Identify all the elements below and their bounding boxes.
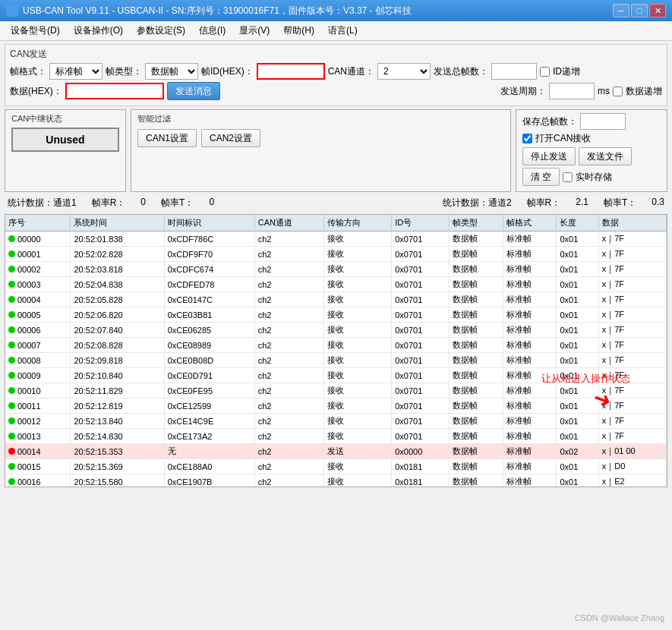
ch2-t-label: 帧率T： xyxy=(604,197,636,209)
red-dot xyxy=(8,448,15,455)
green-dot xyxy=(8,433,15,439)
table-row[interactable]: 00000 20:52:01.838 0xCDF786C ch2 接收 0x07… xyxy=(5,232,667,247)
th-len: 长度 xyxy=(557,215,598,232)
real-time-store-checkbox[interactable] xyxy=(563,172,573,182)
table-row[interactable]: 00007 20:52:08.828 0xCE08989 ch2 接收 0x07… xyxy=(5,338,667,353)
table-row[interactable]: 00016 20:52:15.580 0xCE1907B ch2 接收 0x01… xyxy=(5,474,667,488)
open-can-recv-checkbox[interactable] xyxy=(522,134,532,143)
cell-fformat: 标准帧 xyxy=(503,247,557,262)
data-table: 序号 系统时间 时间标识 CAN通道 传输方向 ID号 帧类型 帧格式 长度 数… xyxy=(5,215,667,487)
table-row[interactable]: 00004 20:52:05.828 0xCE0147C ch2 接收 0x07… xyxy=(5,292,667,307)
data-hex-label: 数据(HEX)： xyxy=(10,85,62,98)
cell-seq: 00001 xyxy=(5,247,71,262)
table-row[interactable]: 00012 20:52:13.840 0xCE14C9E ch2 接收 0x07… xyxy=(5,414,667,429)
data-incr-checkbox[interactable] xyxy=(613,87,623,96)
close-button[interactable]: ✕ xyxy=(649,4,666,17)
cell-fformat: 标准帧 xyxy=(503,444,557,459)
green-dot xyxy=(8,417,15,424)
table-row[interactable]: 00001 20:52:02.828 0xCDF9F70 ch2 接收 0x07… xyxy=(5,247,667,262)
cell-fformat: 标准帧 xyxy=(503,353,557,368)
frame-type-select[interactable]: 数据帧 远程帧 xyxy=(145,63,198,80)
send-msg-button[interactable]: 发送消息 xyxy=(167,82,220,100)
cell-dir: 接收 xyxy=(324,383,392,398)
cell-seq: 00010 xyxy=(5,383,71,398)
cell-id: 0x0701 xyxy=(392,247,450,262)
minimize-button[interactable]: ─ xyxy=(613,4,629,17)
cell-ch: ch2 xyxy=(254,277,323,292)
menu-help[interactable]: 帮助(H) xyxy=(277,23,320,39)
frame-id-input[interactable]: 00 00 00 00 xyxy=(257,63,325,80)
cell-data: x｜7F xyxy=(598,262,666,277)
cell-id: 0x0701 xyxy=(392,383,450,398)
menu-device-type[interactable]: 设备型号(D) xyxy=(5,23,66,39)
unused-button[interactable]: Unused xyxy=(11,128,119,152)
cell-id: 0x0701 xyxy=(392,353,450,368)
cell-ts: 0xCE0FE95 xyxy=(164,383,254,398)
cell-id: 0x0181 xyxy=(392,459,450,474)
table-row[interactable]: 00008 20:52:09.818 0xCE0B08D ch2 接收 0x07… xyxy=(5,353,667,368)
cell-time: 20:52:11.829 xyxy=(71,383,164,398)
cell-len: 0x01 xyxy=(557,323,598,338)
table-row[interactable]: 00011 20:52:12.819 0xCE12599 ch2 接收 0x07… xyxy=(5,398,667,414)
cell-time: 20:52:02.828 xyxy=(71,247,164,262)
table-row[interactable]: 00006 20:52:07.840 0xCE06285 ch2 接收 0x07… xyxy=(5,323,667,338)
cell-time: 20:52:03.818 xyxy=(71,262,164,277)
send-period-input[interactable]: 10 xyxy=(549,83,595,99)
stop-send-button[interactable]: 停止发送 xyxy=(522,147,576,165)
can-channel-select[interactable]: 1 2 xyxy=(377,63,431,80)
cell-ts: 0xCE0B08D xyxy=(164,353,254,368)
cell-fformat: 标准帧 xyxy=(503,307,557,323)
cell-ftype: 数据帧 xyxy=(450,277,503,292)
cell-len: 0x01 xyxy=(557,338,598,353)
cell-ts: 0xCE08989 xyxy=(164,338,254,353)
menu-params[interactable]: 参数设定(S) xyxy=(131,23,191,39)
table-row[interactable]: 00013 20:52:14.830 0xCE173A2 ch2 接收 0x07… xyxy=(5,429,667,444)
real-time-store-label: 实时存储 xyxy=(576,171,612,184)
table-row[interactable]: 00005 20:52:06.820 0xCE03B81 ch2 接收 0x07… xyxy=(5,307,667,323)
green-dot xyxy=(8,372,15,379)
save-file-button[interactable]: 发送文件 xyxy=(579,147,632,165)
ch1-t-label: 帧率T： xyxy=(161,197,194,209)
cell-ch: ch2 xyxy=(254,353,323,368)
cell-id: 0x0701 xyxy=(392,323,450,338)
cell-dir: 接收 xyxy=(324,429,392,444)
table-row[interactable]: 00002 20:52:03.818 0xCDFC674 ch2 接收 0x07… xyxy=(5,262,667,277)
can1-set-button[interactable]: CAN1设置 xyxy=(137,129,197,147)
send-period-unit: ms xyxy=(598,86,610,96)
cell-dir: 接收 xyxy=(324,262,392,277)
menu-bar: 设备型号(D) 设备操作(O) 参数设定(S) 信息(I) 显示(V) 帮助(H… xyxy=(0,21,672,41)
table-row[interactable]: 00015 20:52:15.369 0xCE188A0 ch2 接收 0x01… xyxy=(5,459,667,474)
th-ftype: 帧类型 xyxy=(450,215,503,232)
ch2-r-value: 2.1 xyxy=(576,197,588,209)
cell-seq: 00009 xyxy=(5,368,71,383)
cell-id: 0x0701 xyxy=(392,429,450,444)
total-send-input[interactable]: 1 xyxy=(491,63,537,80)
frame-format-select[interactable]: 标准帧 扩展帧 xyxy=(49,63,103,80)
cell-data: x｜7F xyxy=(598,429,666,444)
menu-display[interactable]: 显示(V) xyxy=(233,23,276,39)
data-table-container[interactable]: 序号 系统时间 时间标识 CAN通道 传输方向 ID号 帧类型 帧格式 长度 数… xyxy=(5,214,667,487)
table-row[interactable]: 00003 20:52:04.838 0xCDFED78 ch2 接收 0x07… xyxy=(5,277,667,292)
table-row[interactable]: 00009 20:52:10.840 0xCE0D791 ch2 接收 0x07… xyxy=(5,368,667,383)
cell-ch: ch2 xyxy=(254,398,323,414)
table-row[interactable]: 00014 20:52:15.353 无 ch2 发送 0x0000 数据帧 标… xyxy=(5,444,667,459)
id-incr-checkbox[interactable] xyxy=(540,67,550,77)
data-hex-input[interactable]: 01 00 xyxy=(65,83,164,99)
save-total-input[interactable]: 0 xyxy=(580,113,626,130)
menu-language[interactable]: 语言(L) xyxy=(322,23,364,39)
ch2-r-label: 帧率R： xyxy=(527,197,561,209)
menu-device-op[interactable]: 设备操作(O) xyxy=(68,23,129,39)
cell-ts: 0xCE03B81 xyxy=(164,307,254,323)
ch1-t-value: 0 xyxy=(209,197,214,209)
cell-seq: 00003 xyxy=(5,277,71,292)
cell-dir: 接收 xyxy=(324,353,392,368)
cell-ts: 0xCE12599 xyxy=(164,398,254,414)
maximize-button[interactable]: □ xyxy=(631,4,648,17)
green-dot xyxy=(8,478,15,485)
cell-time: 20:52:15.353 xyxy=(71,444,164,459)
menu-info[interactable]: 信息(I) xyxy=(193,23,232,39)
cell-len: 0x01 xyxy=(557,292,598,307)
clear-button[interactable]: 清 空 xyxy=(522,168,560,186)
table-row[interactable]: 00010 20:52:11.829 0xCE0FE95 ch2 接收 0x07… xyxy=(5,383,667,398)
can2-set-button[interactable]: CAN2设置 xyxy=(201,129,260,147)
